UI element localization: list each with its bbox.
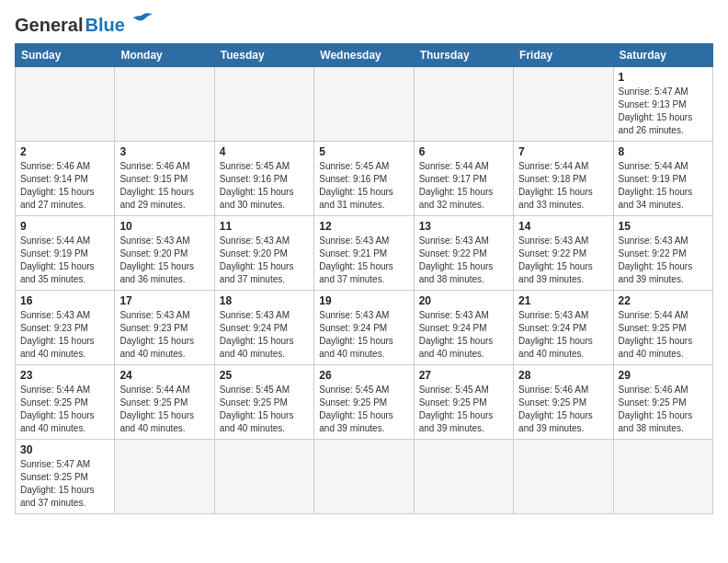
day-number: 14 (518, 220, 608, 233)
day-number: 21 (518, 294, 608, 307)
day-cell: 1Sunrise: 5:47 AM Sunset: 9:13 PM Daylig… (613, 67, 712, 142)
day-number: 2 (20, 145, 109, 158)
weekday-header-saturday: Saturday (613, 44, 712, 67)
day-cell (314, 440, 414, 514)
calendar-table: SundayMondayTuesdayWednesdayThursdayFrid… (15, 43, 713, 514)
day-info: Sunrise: 5:44 AM Sunset: 9:17 PM Dayligh… (419, 160, 508, 212)
day-cell: 16Sunrise: 5:43 AM Sunset: 9:23 PM Dayli… (16, 291, 115, 365)
day-info: Sunrise: 5:43 AM Sunset: 9:23 PM Dayligh… (119, 309, 209, 361)
day-info: Sunrise: 5:43 AM Sunset: 9:24 PM Dayligh… (319, 309, 408, 361)
day-info: Sunrise: 5:43 AM Sunset: 9:20 PM Dayligh… (220, 235, 309, 286)
day-number: 5 (319, 145, 408, 158)
day-info: Sunrise: 5:43 AM Sunset: 9:21 PM Dayligh… (319, 235, 408, 286)
day-info: Sunrise: 5:44 AM Sunset: 9:19 PM Dayligh… (20, 235, 109, 286)
day-cell (16, 67, 115, 142)
day-number: 10 (119, 220, 209, 233)
day-cell (314, 67, 414, 142)
day-number: 15 (619, 220, 708, 233)
page-header: General Blue (15, 15, 713, 36)
day-info: Sunrise: 5:45 AM Sunset: 9:25 PM Dayligh… (220, 384, 309, 435)
day-number: 12 (319, 220, 408, 233)
logo-bird-icon (129, 12, 154, 32)
day-number: 22 (619, 294, 708, 307)
weekday-header-tuesday: Tuesday (214, 44, 313, 67)
day-number: 1 (619, 71, 708, 84)
day-cell: 5Sunrise: 5:45 AM Sunset: 9:16 PM Daylig… (314, 142, 414, 216)
day-cell (613, 440, 712, 514)
day-number: 8 (619, 145, 708, 158)
day-cell: 13Sunrise: 5:43 AM Sunset: 9:22 PM Dayli… (414, 216, 513, 291)
day-cell (414, 440, 513, 514)
day-cell: 27Sunrise: 5:45 AM Sunset: 9:25 PM Dayli… (414, 365, 513, 440)
day-cell: 17Sunrise: 5:43 AM Sunset: 9:23 PM Dayli… (115, 291, 214, 365)
day-number: 7 (518, 145, 608, 158)
day-info: Sunrise: 5:44 AM Sunset: 9:18 PM Dayligh… (518, 160, 608, 212)
day-cell: 10Sunrise: 5:43 AM Sunset: 9:20 PM Dayli… (115, 216, 214, 291)
day-cell: 26Sunrise: 5:45 AM Sunset: 9:25 PM Dayli… (314, 365, 414, 440)
day-number: 24 (119, 369, 209, 382)
day-cell: 30Sunrise: 5:47 AM Sunset: 9:25 PM Dayli… (16, 440, 115, 514)
day-number: 9 (20, 220, 109, 233)
day-number: 26 (319, 369, 408, 382)
day-info: Sunrise: 5:44 AM Sunset: 9:25 PM Dayligh… (20, 384, 109, 435)
day-info: Sunrise: 5:43 AM Sunset: 9:22 PM Dayligh… (619, 235, 708, 286)
week-row-6: 30Sunrise: 5:47 AM Sunset: 9:25 PM Dayli… (16, 440, 713, 514)
day-number: 20 (419, 294, 508, 307)
day-number: 19 (319, 294, 408, 307)
logo-area: General Blue (15, 15, 154, 36)
day-info: Sunrise: 5:45 AM Sunset: 9:25 PM Dayligh… (319, 384, 408, 435)
day-cell: 25Sunrise: 5:45 AM Sunset: 9:25 PM Dayli… (214, 365, 313, 440)
day-info: Sunrise: 5:43 AM Sunset: 9:20 PM Dayligh… (119, 235, 209, 286)
day-cell: 29Sunrise: 5:46 AM Sunset: 9:25 PM Dayli… (613, 365, 712, 440)
day-cell (514, 67, 613, 142)
day-cell (214, 67, 313, 142)
day-info: Sunrise: 5:44 AM Sunset: 9:25 PM Dayligh… (619, 309, 708, 361)
day-number: 16 (20, 294, 109, 307)
day-cell (514, 440, 613, 514)
day-cell (115, 440, 214, 514)
day-cell: 20Sunrise: 5:43 AM Sunset: 9:24 PM Dayli… (414, 291, 513, 365)
weekday-header-row: SundayMondayTuesdayWednesdayThursdayFrid… (16, 44, 713, 67)
week-row-4: 16Sunrise: 5:43 AM Sunset: 9:23 PM Dayli… (16, 291, 713, 365)
day-cell: 23Sunrise: 5:44 AM Sunset: 9:25 PM Dayli… (16, 365, 115, 440)
week-row-3: 9Sunrise: 5:44 AM Sunset: 9:19 PM Daylig… (16, 216, 713, 291)
day-cell: 19Sunrise: 5:43 AM Sunset: 9:24 PM Dayli… (314, 291, 414, 365)
day-cell: 21Sunrise: 5:43 AM Sunset: 9:24 PM Dayli… (514, 291, 613, 365)
day-info: Sunrise: 5:43 AM Sunset: 9:22 PM Dayligh… (419, 235, 508, 286)
day-cell: 6Sunrise: 5:44 AM Sunset: 9:17 PM Daylig… (414, 142, 513, 216)
logo-text-blue: Blue (85, 15, 124, 36)
logo-text-general: General (15, 15, 83, 36)
day-cell: 11Sunrise: 5:43 AM Sunset: 9:20 PM Dayli… (214, 216, 313, 291)
day-number: 6 (419, 145, 508, 158)
week-row-5: 23Sunrise: 5:44 AM Sunset: 9:25 PM Dayli… (16, 365, 713, 440)
day-cell: 3Sunrise: 5:46 AM Sunset: 9:15 PM Daylig… (115, 142, 214, 216)
day-cell: 4Sunrise: 5:45 AM Sunset: 9:16 PM Daylig… (214, 142, 313, 216)
day-number: 30 (20, 443, 109, 456)
day-info: Sunrise: 5:45 AM Sunset: 9:16 PM Dayligh… (319, 160, 408, 212)
day-number: 17 (119, 294, 209, 307)
day-cell: 24Sunrise: 5:44 AM Sunset: 9:25 PM Dayli… (115, 365, 214, 440)
weekday-header-friday: Friday (514, 44, 613, 67)
day-info: Sunrise: 5:43 AM Sunset: 9:23 PM Dayligh… (20, 309, 109, 361)
day-number: 3 (119, 145, 209, 158)
week-row-1: 1Sunrise: 5:47 AM Sunset: 9:13 PM Daylig… (16, 67, 713, 142)
weekday-header-thursday: Thursday (414, 44, 513, 67)
day-number: 13 (419, 220, 508, 233)
day-cell (115, 67, 214, 142)
day-cell: 14Sunrise: 5:43 AM Sunset: 9:22 PM Dayli… (514, 216, 613, 291)
day-info: Sunrise: 5:47 AM Sunset: 9:25 PM Dayligh… (20, 458, 109, 510)
day-info: Sunrise: 5:44 AM Sunset: 9:25 PM Dayligh… (119, 384, 209, 435)
week-row-2: 2Sunrise: 5:46 AM Sunset: 9:14 PM Daylig… (16, 142, 713, 216)
weekday-header-sunday: Sunday (16, 44, 115, 67)
day-info: Sunrise: 5:43 AM Sunset: 9:24 PM Dayligh… (220, 309, 309, 361)
day-cell: 9Sunrise: 5:44 AM Sunset: 9:19 PM Daylig… (16, 216, 115, 291)
day-number: 11 (220, 220, 309, 233)
day-info: Sunrise: 5:43 AM Sunset: 9:22 PM Dayligh… (518, 235, 608, 286)
day-info: Sunrise: 5:45 AM Sunset: 9:16 PM Dayligh… (220, 160, 309, 212)
day-info: Sunrise: 5:44 AM Sunset: 9:19 PM Dayligh… (619, 160, 708, 212)
day-cell: 12Sunrise: 5:43 AM Sunset: 9:21 PM Dayli… (314, 216, 414, 291)
day-cell: 18Sunrise: 5:43 AM Sunset: 9:24 PM Dayli… (214, 291, 313, 365)
day-number: 27 (419, 369, 508, 382)
day-number: 29 (619, 369, 708, 382)
day-info: Sunrise: 5:43 AM Sunset: 9:24 PM Dayligh… (419, 309, 508, 361)
